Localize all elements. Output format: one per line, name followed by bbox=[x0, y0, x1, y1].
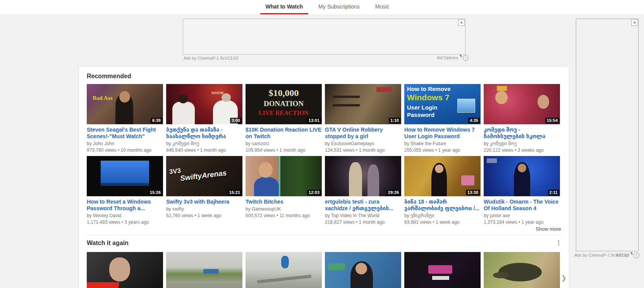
video-thumbnail[interactable]: Bad Ass6:39 bbox=[87, 84, 163, 124]
video-duration-badge: 15:26 bbox=[148, 190, 162, 195]
thumb-overlay-text: DONATION bbox=[246, 99, 322, 108]
video-thumbnail[interactable]: 2:11 bbox=[484, 156, 560, 196]
video-card: 1:10GTA V Online Robbery stopped by a gi… bbox=[325, 84, 401, 153]
video-thumbnail[interactable]: SHOW3:00 bbox=[166, 84, 242, 124]
video-stats: 1,171,483 views • 3 years ago bbox=[87, 219, 163, 225]
video-title-link[interactable]: How to Reset a Windows Password Through … bbox=[87, 199, 163, 212]
video-byline[interactable]: by junior axe bbox=[484, 213, 560, 219]
ad-options-link[interactable]: Ad Options bbox=[437, 55, 458, 61]
video-title-link[interactable]: Wudstik - Omarm - The Voice Of Holland S… bbox=[484, 199, 560, 212]
ad-options-link[interactable]: Ad Opt bbox=[616, 252, 629, 258]
ad-close-icon[interactable]: × bbox=[631, 19, 638, 26]
video-byline[interactable]: by samzorz bbox=[246, 141, 322, 147]
video-thumbnail[interactable] bbox=[404, 252, 481, 288]
adchoices-flag-icon bbox=[630, 252, 632, 255]
video-thumbnail[interactable] bbox=[484, 252, 560, 288]
video-stats: 52,760 views • 1 week ago bbox=[166, 213, 242, 219]
watch-it-again-section: Watch it again bbox=[87, 235, 561, 288]
video-title-link[interactable]: Twitch Bitches bbox=[246, 199, 322, 205]
video-thumbnail[interactable] bbox=[246, 252, 322, 288]
video-title-link[interactable]: Steven Seagal's Best Fight Scenes!-"Must… bbox=[87, 127, 163, 140]
video-title-link[interactable]: Swifty 3v3 with Bajheera bbox=[166, 199, 242, 205]
video-duration-badge: 2:11 bbox=[548, 190, 559, 195]
video-stats: 124,531 views • 1 month ago bbox=[325, 147, 401, 153]
video-thumbnail[interactable]: 1:10 bbox=[325, 84, 401, 124]
video-title-link[interactable]: ertgulebis testi - zura xachidze / ერთგუ… bbox=[325, 199, 401, 212]
thumb-overlay-shape bbox=[349, 162, 362, 196]
video-title-link[interactable]: ბინა 18 - თამარ ვარშალობიძე ფლეიბოი /... bbox=[404, 199, 481, 212]
video-duration-badge: 1:10 bbox=[389, 118, 400, 123]
thumb-overlay-shape bbox=[497, 86, 507, 91]
thumb-overlay-shape bbox=[428, 265, 452, 274]
video-thumbnail[interactable] bbox=[87, 252, 163, 288]
thumb-overlay-text: LIVE REACTION bbox=[246, 110, 322, 117]
video-thumbnail[interactable]: 15:54 bbox=[484, 84, 560, 124]
video-title-link[interactable]: GTA V Online Robbery stopped by a girl bbox=[325, 127, 401, 140]
thumb-overlay-text: $10,000 bbox=[246, 88, 322, 98]
video-card: SHOW3:00ბუთქუნა და თამაზა - საახალწლო სი… bbox=[166, 84, 242, 153]
thumb-overlay-shape bbox=[328, 264, 345, 270]
video-title-link[interactable]: კომედი შოუ - ჩამოხსულების სკოლა (ეპიზოდი… bbox=[484, 127, 560, 140]
thumb-overlay-shape bbox=[538, 95, 549, 109]
video-title-link[interactable]: $10K Donation Reaction LIVE on Twitch bbox=[246, 127, 322, 140]
video-card: 2:11Wudstik - Omarm - The Voice Of Holla… bbox=[484, 156, 560, 225]
top-ad-options: Ad Options i bbox=[400, 55, 469, 61]
video-stats: 218,827 views • 1 month ago bbox=[325, 219, 401, 225]
video-thumbnail[interactable] bbox=[325, 252, 401, 288]
top-ad-banner[interactable]: × bbox=[183, 19, 465, 55]
video-byline[interactable]: by Wesley David bbox=[87, 213, 163, 219]
thumb-overlay-shape bbox=[179, 95, 188, 103]
video-byline[interactable]: by John John bbox=[87, 141, 163, 147]
ad-info-icon[interactable]: i bbox=[634, 252, 639, 258]
thumb-overlay-shape bbox=[101, 183, 149, 186]
video-byline[interactable]: by swifty bbox=[166, 206, 242, 212]
tab-music[interactable]: Music bbox=[370, 0, 395, 14]
video-duration-badge: 15:54 bbox=[545, 118, 559, 123]
video-card: 29:26ertgulebis testi - zura xachidze / … bbox=[325, 156, 401, 225]
video-byline[interactable]: by კომედი შოუ bbox=[484, 141, 560, 147]
side-ad-panel[interactable]: × bbox=[576, 19, 639, 251]
side-ad-options: Ad Opt i bbox=[616, 252, 639, 258]
thumb-overlay-text: Windows 7 bbox=[407, 93, 449, 102]
video-stats: 63,683 views • 1 week ago bbox=[404, 219, 481, 225]
video-thumbnail[interactable]: 3V3SwiftyArenas15:21 bbox=[166, 156, 242, 196]
thumb-overlay-shape bbox=[259, 162, 273, 178]
top-ad-attribution: Ads by CinemaP-1.9cV13.02 bbox=[184, 56, 238, 60]
video-stats: 500,572 views • 11 months ago bbox=[246, 213, 322, 219]
watch-it-again-video-grid bbox=[87, 252, 561, 288]
thumb-overlay-shape bbox=[461, 175, 474, 185]
video-stats: 1,373,184 views • 1 year ago bbox=[484, 219, 560, 225]
video-byline[interactable]: by Top Video In The World bbox=[325, 213, 401, 219]
thumb-overlay-text: Password bbox=[407, 111, 434, 118]
tab-what-to-watch[interactable]: What to Watch bbox=[260, 0, 309, 14]
thumb-overlay-text: SwiftyArenas bbox=[180, 169, 227, 183]
video-thumbnail[interactable]: 13:30 bbox=[404, 156, 481, 196]
video-thumbnail[interactable]: 29:26 bbox=[325, 156, 401, 196]
thumb-overlay-shape bbox=[172, 102, 195, 124]
show-more-link[interactable]: Show more bbox=[87, 226, 561, 232]
thumb-overlay-shape bbox=[119, 91, 130, 103]
video-duration-badge: 6:39 bbox=[151, 118, 162, 123]
video-card: 3V3SwiftyArenas15:21Swifty 3v3 with Bajh… bbox=[166, 156, 242, 225]
video-thumbnail[interactable]: How to RemoveWindows 7User LoginPassword… bbox=[404, 84, 481, 124]
video-byline[interactable]: by Shake the Future bbox=[404, 141, 481, 147]
video-title-link[interactable]: ბუთქუნა და თამაზა - საახალწლო სიმღერა Re… bbox=[166, 127, 242, 140]
video-thumbnail[interactable] bbox=[166, 252, 242, 288]
video-byline[interactable]: by კომედი შოუ bbox=[166, 141, 242, 147]
video-thumbnail[interactable]: 15:26 bbox=[87, 156, 163, 196]
video-card bbox=[404, 252, 481, 288]
video-title-link[interactable]: How to Remove Windows 7 User Login Passw… bbox=[404, 127, 481, 140]
more-options-icon[interactable] bbox=[557, 239, 560, 247]
video-byline[interactable]: by GamesoupUK bbox=[246, 206, 322, 212]
video-byline[interactable]: by ემიგრანტი bbox=[404, 213, 481, 219]
video-stats: 845,540 views • 1 month ago bbox=[166, 147, 242, 153]
tab-my-subscriptions[interactable]: My Subscriptions bbox=[313, 0, 365, 14]
video-duration-badge: 13:01 bbox=[307, 118, 321, 123]
video-thumbnail[interactable]: $10,000DONATIONLIVE REACTION13:01 bbox=[246, 84, 322, 124]
ad-info-icon[interactable]: i bbox=[463, 55, 469, 61]
video-thumbnail[interactable]: 12:03 bbox=[246, 156, 322, 196]
ad-close-icon[interactable]: × bbox=[458, 19, 465, 26]
video-byline[interactable]: by ExclusiveGameplays bbox=[325, 141, 401, 147]
thumb-overlay-shape bbox=[518, 164, 526, 172]
next-arrow-icon[interactable]: ❯ bbox=[561, 274, 567, 282]
